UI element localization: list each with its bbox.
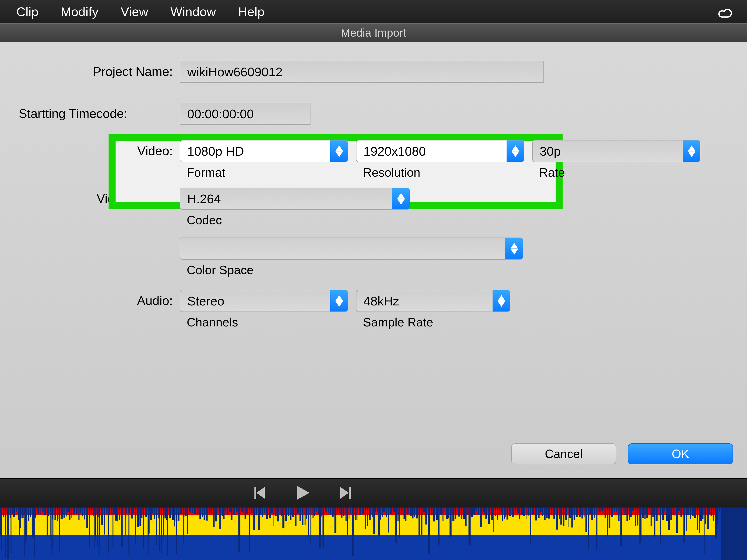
svg-rect-85 [174, 507, 175, 526]
svg-rect-69 [139, 507, 141, 526]
svg-rect-312 [666, 507, 668, 521]
svg-rect-133 [280, 507, 281, 515]
menu-help[interactable]: Help [238, 4, 264, 19]
svg-rect-99 [206, 507, 208, 521]
svg-rect-74 [150, 507, 152, 520]
svg-rect-225 [476, 507, 478, 511]
video-codec-value: H.264 [180, 192, 392, 206]
project-name-label: Project Name: [12, 61, 180, 79]
svg-rect-314 [670, 507, 672, 520]
svg-rect-25 [47, 507, 48, 536]
svg-rect-323 [690, 507, 691, 519]
svg-rect-203 [428, 507, 430, 554]
ok-button[interactable]: OK [628, 443, 733, 464]
svg-rect-316 [675, 507, 675, 516]
svg-rect-63 [127, 507, 127, 513]
svg-rect-125 [262, 507, 263, 517]
svg-rect-293 [626, 507, 628, 521]
svg-rect-235 [497, 507, 498, 520]
svg-rect-53 [106, 507, 108, 513]
svg-rect-66 [133, 507, 134, 513]
audio-waveform[interactable] [0, 507, 747, 560]
next-clip-icon[interactable] [339, 486, 353, 501]
color-space-select[interactable] [180, 238, 523, 260]
svg-rect-290 [620, 507, 622, 546]
svg-rect-118 [246, 507, 248, 513]
svg-rect-35 [67, 507, 69, 512]
svg-rect-234 [495, 507, 496, 516]
svg-rect-353 [183, 507, 184, 543]
project-name-value: wikiHow6609012 [187, 64, 282, 79]
svg-rect-339 [721, 507, 747, 560]
svg-rect-17 [30, 507, 31, 517]
cancel-button-label: Cancel [545, 447, 583, 461]
window-title-bar: Media Import [0, 23, 747, 42]
svg-rect-181 [380, 507, 381, 519]
svg-rect-368 [52, 507, 53, 555]
creative-cloud-icon[interactable] [717, 5, 733, 22]
svg-rect-92 [189, 507, 191, 512]
svg-rect-169 [355, 507, 357, 520]
svg-rect-148 [313, 507, 313, 518]
svg-rect-187 [393, 507, 395, 512]
svg-rect-130 [274, 507, 274, 526]
svg-rect-91 [187, 507, 188, 534]
cancel-button[interactable]: Cancel [511, 443, 616, 464]
svg-rect-363 [97, 507, 98, 546]
svg-rect-274 [584, 507, 585, 517]
svg-rect-356 [53, 507, 53, 549]
svg-rect-327 [699, 507, 700, 533]
stepper-icon [507, 140, 524, 162]
svg-rect-277 [589, 507, 591, 514]
video-format-select[interactable]: 1080p HD [180, 140, 348, 162]
menu-view[interactable]: View [121, 4, 148, 19]
svg-rect-13 [22, 507, 24, 518]
svg-rect-22 [41, 507, 41, 515]
play-icon[interactable] [294, 484, 311, 502]
previous-clip-icon[interactable] [252, 486, 266, 501]
svg-rect-258 [546, 507, 548, 518]
color-space-label-empty [12, 238, 180, 241]
svg-rect-163 [343, 507, 344, 516]
svg-rect-186 [390, 507, 392, 514]
svg-rect-292 [624, 507, 626, 515]
video-rate-select[interactable]: 30p [532, 140, 700, 162]
starting-timecode-input[interactable]: 00:00:00:00 [180, 103, 310, 125]
svg-rect-185 [388, 507, 389, 532]
svg-rect-320 [683, 507, 685, 543]
audio-sample-rate-select[interactable]: 48kHz [356, 290, 510, 312]
svg-rect-261 [553, 507, 555, 519]
svg-rect-298 [637, 507, 638, 526]
svg-rect-256 [542, 507, 543, 516]
svg-rect-40 [78, 507, 79, 520]
svg-rect-126 [264, 507, 265, 513]
svg-rect-26 [48, 507, 49, 516]
svg-rect-325 [694, 507, 696, 518]
svg-rect-242 [509, 507, 512, 516]
svg-rect-231 [488, 507, 490, 524]
svg-rect-196 [412, 507, 414, 518]
svg-rect-214 [453, 507, 454, 521]
svg-rect-284 [607, 507, 608, 537]
video-label: Video: [12, 140, 180, 158]
menu-window[interactable]: Window [171, 4, 216, 19]
svg-rect-18 [32, 507, 34, 538]
starting-timecode-value: 00:00:00:00 [187, 107, 254, 121]
svg-rect-75 [152, 507, 153, 513]
menu-clip[interactable]: Clip [16, 4, 38, 19]
svg-rect-270 [573, 507, 575, 520]
svg-rect-282 [601, 507, 604, 511]
menu-modify[interactable]: Modify [61, 4, 99, 19]
audio-channels-sublabel: Channels [187, 315, 348, 329]
svg-rect-222 [468, 507, 471, 544]
audio-channels-select[interactable]: Stereo [180, 290, 348, 312]
audio-sample-rate-sublabel: Sample Rate [363, 315, 510, 329]
svg-rect-100 [209, 507, 210, 513]
svg-rect-183 [383, 507, 385, 512]
project-name-input[interactable]: wikiHow6609012 [180, 61, 544, 83]
svg-rect-109 [227, 507, 228, 515]
video-resolution-select[interactable]: 1920x1080 [356, 140, 524, 162]
video-codec-select[interactable]: H.264 [180, 188, 410, 210]
svg-rect-253 [535, 507, 537, 521]
svg-rect-134 [281, 507, 282, 516]
